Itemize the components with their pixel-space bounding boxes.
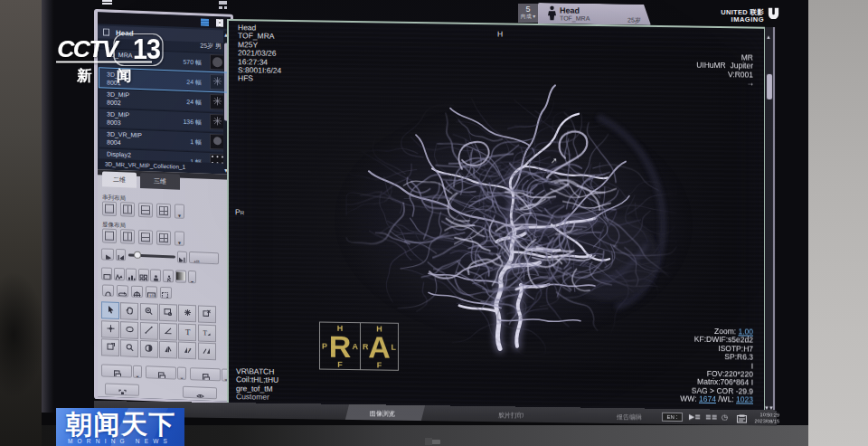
svg-text:闻: 闻	[117, 67, 132, 83]
svg-text:10: 10	[149, 293, 155, 299]
svg-text:CCTV: CCTV	[57, 35, 120, 62]
svg-text:2: 2	[188, 347, 191, 352]
svg-text:13: 13	[133, 33, 160, 64]
svg-text:T: T	[203, 328, 208, 337]
svg-text:T: T	[185, 327, 191, 335]
svg-text:新: 新	[76, 67, 92, 83]
